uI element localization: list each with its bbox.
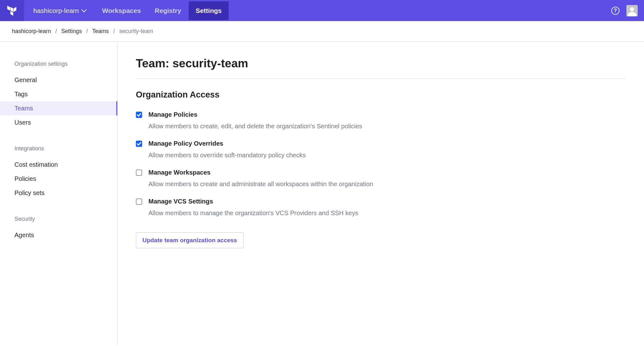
permission-desc: Allow members to manage the organization…: [148, 209, 626, 217]
sidebar-item-general[interactable]: General: [0, 73, 117, 87]
sidebar-item-tags[interactable]: Tags: [0, 87, 117, 101]
permission-desc: Allow members to override soft-mandatory…: [148, 152, 626, 159]
breadcrumb-org[interactable]: hashicorp-learn: [12, 28, 51, 35]
permission-content: Manage Workspaces Allow members to creat…: [148, 169, 626, 188]
org-name: hashicorp-learn: [33, 7, 79, 14]
breadcrumb-sep: /: [55, 28, 57, 35]
checkbox-manage-vcs-settings[interactable]: [136, 198, 142, 205]
nav: Workspaces Registry Settings: [95, 1, 229, 20]
breadcrumb-settings[interactable]: Settings: [61, 28, 82, 35]
permission-content: Manage Policy Overrides Allow members to…: [148, 140, 626, 159]
update-button[interactable]: Update team organization access: [136, 232, 244, 248]
breadcrumb-sep: /: [113, 28, 115, 35]
page-title: Team: security-team: [136, 57, 626, 79]
breadcrumb-current: security-team: [119, 28, 153, 35]
sidebar-section-security: Security Agents: [0, 213, 117, 242]
sidebar-section-org: Organization settings General Tags Teams…: [0, 58, 117, 130]
chevron-down-icon: [81, 7, 86, 13]
permission-desc: Allow members to create and administrate…: [148, 181, 626, 188]
permission-manage-vcs-settings: Manage VCS Settings Allow members to man…: [136, 198, 626, 217]
breadcrumb-teams[interactable]: Teams: [92, 28, 109, 35]
sidebar-section-integrations: Integrations Cost estimation Policies Po…: [0, 143, 117, 200]
main: Team: security-team Organization Access …: [118, 42, 644, 345]
permission-content: Manage Policies Allow members to create,…: [148, 111, 626, 130]
sidebar: Organization settings General Tags Teams…: [0, 42, 118, 345]
org-selector[interactable]: hashicorp-learn: [24, 7, 95, 14]
permission-desc: Allow members to create, edit, and delet…: [148, 123, 626, 130]
sidebar-item-users[interactable]: Users: [0, 115, 117, 130]
section-title: Organization Access: [136, 90, 626, 100]
sidebar-item-cost-estimation[interactable]: Cost estimation: [0, 158, 117, 172]
permission-title: Manage VCS Settings: [148, 198, 626, 205]
sidebar-section-title: Integrations: [0, 143, 117, 158]
nav-registry[interactable]: Registry: [148, 1, 188, 20]
avatar[interactable]: [626, 5, 638, 16]
breadcrumb: hashicorp-learn / Settings / Teams / sec…: [0, 21, 644, 42]
sidebar-item-agents[interactable]: Agents: [0, 228, 117, 242]
permission-title: Manage Policy Overrides: [148, 140, 626, 147]
sidebar-section-title: Organization settings: [0, 58, 117, 73]
sidebar-item-policies[interactable]: Policies: [0, 172, 117, 186]
sidebar-item-policy-sets[interactable]: Policy sets: [0, 186, 117, 200]
terraform-logo[interactable]: [0, 0, 24, 21]
permission-title: Manage Workspaces: [148, 169, 626, 176]
checkbox-manage-policy-overrides[interactable]: [136, 141, 142, 147]
permission-manage-policies: Manage Policies Allow members to create,…: [136, 111, 626, 130]
breadcrumb-sep: /: [86, 28, 88, 35]
checkbox-manage-policies[interactable]: [136, 112, 142, 118]
help-icon[interactable]: ?: [611, 7, 619, 15]
topbar: hashicorp-learn Workspaces Registry Sett…: [0, 0, 644, 21]
checkbox-manage-workspaces[interactable]: [136, 170, 142, 176]
terraform-icon: [7, 6, 17, 16]
permission-manage-policy-overrides: Manage Policy Overrides Allow members to…: [136, 140, 626, 159]
sidebar-item-teams[interactable]: Teams: [0, 101, 117, 115]
permission-title: Manage Policies: [148, 111, 626, 118]
sidebar-section-title: Security: [0, 213, 117, 228]
content: Organization settings General Tags Teams…: [0, 42, 644, 345]
nav-settings[interactable]: Settings: [189, 1, 229, 20]
topbar-right: ?: [611, 5, 644, 16]
permission-content: Manage VCS Settings Allow members to man…: [148, 198, 626, 217]
nav-workspaces[interactable]: Workspaces: [95, 1, 148, 20]
permission-manage-workspaces: Manage Workspaces Allow members to creat…: [136, 169, 626, 188]
